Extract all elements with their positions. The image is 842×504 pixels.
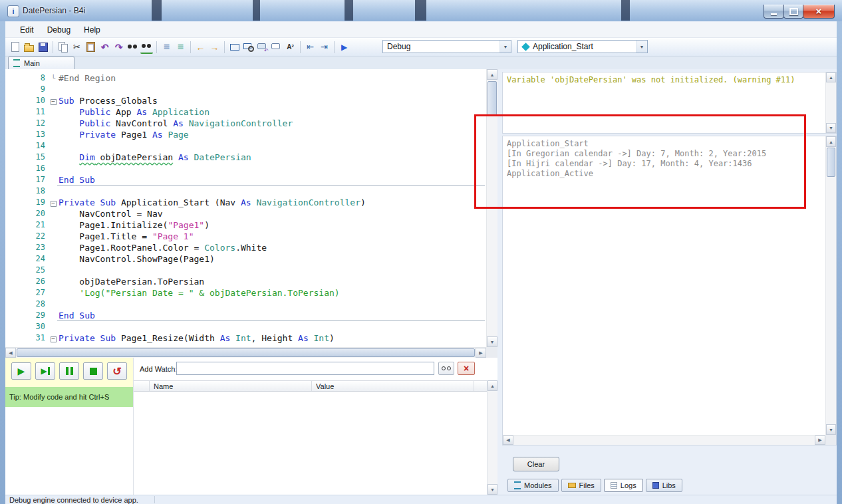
run-icon[interactable] xyxy=(338,41,351,53)
font-size-icon[interactable] xyxy=(284,41,297,53)
code-line[interactable]: 20 NavControl = Nav xyxy=(5,208,486,219)
code-line[interactable]: 12 Public NavControl As NavigationContro… xyxy=(5,118,486,129)
debug-resume-button[interactable] xyxy=(11,362,31,380)
code-line[interactable]: 30 xyxy=(5,321,486,332)
code-line[interactable]: 8#End Region xyxy=(5,72,486,84)
code-line[interactable]: 9 xyxy=(5,84,486,95)
code-line[interactable]: 29End Sub xyxy=(5,310,486,321)
warnings-list[interactable]: Variable 'objDatePersian' was not initia… xyxy=(502,72,837,134)
code-line[interactable]: 19Private Sub Application_Start (Nav As … xyxy=(5,197,486,208)
forward-icon[interactable] xyxy=(208,41,221,53)
code-line[interactable]: 23 Page1.RootPanel.Color = Colors.White xyxy=(5,242,486,253)
comment-prev-icon[interactable] xyxy=(256,41,269,53)
sort-list-icon[interactable] xyxy=(174,41,187,53)
build-config-dropdown[interactable]: Debug xyxy=(382,40,511,53)
find-next-icon[interactable] xyxy=(140,40,153,54)
code-line[interactable]: 27 'Log("Persian Date = " & objDatePersi… xyxy=(5,287,486,299)
fold-marker[interactable] xyxy=(48,72,59,84)
code-line[interactable]: 18 xyxy=(5,186,486,197)
log-vertical-scrollbar[interactable] xyxy=(825,136,836,435)
clear-logs-button[interactable]: Clear xyxy=(513,457,559,471)
code-line[interactable]: 24 NavControl.ShowPage(Page1) xyxy=(5,253,486,265)
code-line[interactable]: 25 xyxy=(5,265,486,276)
scroll-down-button[interactable] xyxy=(488,484,497,495)
code-line[interactable]: 31Private Sub Page1_Resize(Width As Int,… xyxy=(5,332,486,344)
debug-step-button[interactable] xyxy=(35,362,55,380)
paste-icon[interactable] xyxy=(84,41,97,53)
scroll-up-button[interactable] xyxy=(487,69,497,80)
debug-stop-button[interactable] xyxy=(83,362,103,380)
code-line[interactable]: 17End Sub xyxy=(5,174,486,186)
cut-icon[interactable] xyxy=(70,41,83,53)
menu-item-debug[interactable]: Debug xyxy=(41,23,77,37)
code-editor[interactable]: 8#End Region910Sub Process_Globals11 Pub… xyxy=(5,69,497,358)
open-folder-icon[interactable] xyxy=(23,41,35,53)
code-line[interactable]: 11 Public App As Application xyxy=(5,106,486,118)
code-line[interactable]: 26 objDatePersian.ToPersian xyxy=(5,276,486,287)
scroll-down-button[interactable] xyxy=(487,336,497,347)
zoom-selection-icon[interactable] xyxy=(242,41,255,53)
code-line[interactable]: 14 xyxy=(5,140,486,152)
add-watch-input[interactable] xyxy=(176,362,434,375)
scroll-right-button[interactable] xyxy=(815,436,825,445)
tab-files[interactable]: Files xyxy=(561,479,601,492)
tab-modules[interactable]: Modules xyxy=(507,479,559,492)
scroll-down-button[interactable] xyxy=(826,123,836,133)
maximize-button[interactable] xyxy=(783,5,803,19)
title-bar[interactable]: DatePersian - B4i xyxy=(0,0,842,21)
watch-scrollbar[interactable] xyxy=(487,380,497,495)
new-file-icon[interactable] xyxy=(9,41,21,53)
find-icon[interactable] xyxy=(126,41,139,53)
delete-watch-button[interactable] xyxy=(458,362,475,375)
editor-horizontal-scrollbar[interactable] xyxy=(5,347,486,358)
close-button[interactable] xyxy=(803,5,835,19)
scroll-left-button[interactable] xyxy=(5,348,16,358)
scrollbar-thumb[interactable] xyxy=(827,148,835,177)
code-line[interactable]: 22 Page1.Title = "Page 1" xyxy=(5,231,486,242)
fold-marker[interactable] xyxy=(48,95,59,106)
code-line[interactable]: 15 Dim objDatePersian As DatePersian xyxy=(5,152,486,163)
code-line[interactable]: 10Sub Process_Globals xyxy=(5,95,486,106)
scroll-up-button[interactable] xyxy=(826,72,836,82)
warnings-scrollbar[interactable] xyxy=(825,72,836,133)
watch-button[interactable] xyxy=(438,362,454,375)
minimize-button[interactable] xyxy=(764,5,784,19)
debug-restart-button[interactable] xyxy=(107,362,127,380)
editor-vertical-scrollbar[interactable] xyxy=(486,69,497,347)
indent-icon[interactable] xyxy=(318,41,331,53)
scroll-left-button[interactable] xyxy=(503,436,513,445)
copy-icon[interactable] xyxy=(57,41,69,53)
tab-main[interactable]: Main xyxy=(8,57,74,69)
code-line[interactable]: 13 Private Page1 As Page xyxy=(5,129,486,140)
scroll-right-button[interactable] xyxy=(476,348,486,358)
log-horizontal-scrollbar[interactable] xyxy=(503,435,825,445)
panel-splitter[interactable] xyxy=(497,69,502,495)
fold-marker[interactable] xyxy=(48,332,59,344)
menu-item-help[interactable]: Help xyxy=(77,23,107,37)
debug-pause-button[interactable] xyxy=(59,362,79,380)
format-list-icon[interactable] xyxy=(160,41,173,53)
undo-icon[interactable] xyxy=(98,41,111,53)
back-icon[interactable] xyxy=(194,41,207,53)
outdent-icon[interactable] xyxy=(304,41,317,53)
select-rect-icon[interactable] xyxy=(228,41,241,53)
tab-logs[interactable]: Logs xyxy=(604,479,643,492)
comment-icon[interactable] xyxy=(270,41,283,53)
code-line[interactable]: 28 xyxy=(5,299,486,310)
redo-icon[interactable] xyxy=(112,41,125,53)
fold-marker[interactable] xyxy=(48,197,59,208)
scroll-up-button[interactable] xyxy=(488,380,497,391)
log-output[interactable]: Application_Start[In Gregorian calendar … xyxy=(502,136,837,445)
watch-column-name[interactable]: Name xyxy=(150,381,312,391)
watch-column-value[interactable]: Value xyxy=(312,381,474,391)
code-line[interactable]: 16 xyxy=(5,163,486,174)
menu-item-edit[interactable]: Edit xyxy=(13,23,41,37)
scrollbar-thumb[interactable] xyxy=(17,348,475,357)
code-line[interactable]: 21 Page1.Initialize("Page1") xyxy=(5,219,486,231)
tab-libs[interactable]: Libs xyxy=(646,479,682,492)
scroll-up-button[interactable] xyxy=(826,136,836,147)
scrollbar-thumb[interactable] xyxy=(488,81,497,116)
scroll-down-button[interactable] xyxy=(826,424,836,435)
watch-table-body[interactable] xyxy=(134,392,487,495)
save-icon[interactable] xyxy=(37,41,49,53)
